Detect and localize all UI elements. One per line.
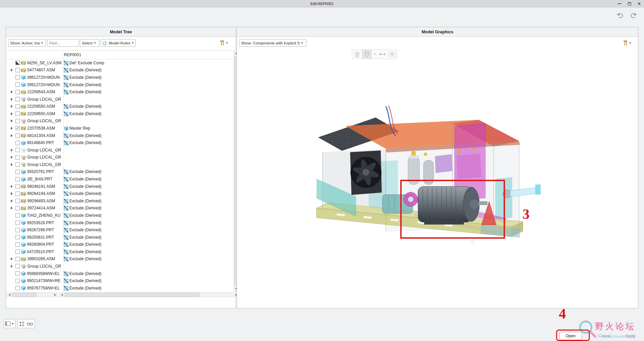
undo-icon[interactable] [616, 12, 624, 19]
tree-row[interactable]: 99250631.PRTExclude (Derived) [7, 234, 233, 241]
rule-cell[interactable]: Exclude (Derived) [63, 140, 233, 145]
rule-cell[interactable]: Exclude (Derived) [63, 89, 233, 95]
tree-hscrollbar-left[interactable] [7, 292, 58, 297]
row-checkbox[interactable] [15, 177, 20, 181]
row-checkbox[interactable] [15, 264, 20, 268]
expand-arrow-icon[interactable] [10, 185, 14, 188]
tree-row[interactable]: 54774807.ASMExclude (Derived) [7, 67, 233, 74]
tree-row[interactable]: 88141304.ASMExclude (Derived) [7, 132, 233, 139]
tree-row[interactable]: 39320791.PRTExclude (Derived) [7, 168, 233, 176]
rule-cell[interactable]: Exclude (Derived) [63, 227, 233, 233]
tree-node[interactable]: 22259543.ASM [7, 90, 63, 95]
tree-node[interactable]: 88141304.ASM [7, 133, 63, 138]
tree-row[interactable]: 39724414.ASMExclude (Derived) [7, 205, 233, 212]
rule-cell[interactable]: Exclude (Derived) [63, 242, 233, 247]
tree-row[interactable]: 39912720<MOUNExclude (Derived) [7, 81, 233, 89]
tree-row[interactable]: Group LOCAL_GR [7, 154, 233, 161]
tree-node[interactable]: Group LOCAL_GR [7, 97, 63, 102]
row-checkbox[interactable] [15, 141, 20, 145]
rule-cell[interactable]: Exclude (Derived) [63, 176, 233, 182]
tree-row[interactable]: 99253528.PRTExclude (Derived) [7, 219, 233, 227]
rule-cell[interactable]: Exclude (Derived) [63, 169, 233, 174]
tree-row[interactable]: 39903265.ASMExclude (Derived) [7, 255, 233, 263]
row-checkbox[interactable] [15, 82, 20, 87]
row-checkbox[interactable] [15, 199, 20, 203]
tree-node[interactable]: Group LOCAL_GR [7, 162, 63, 167]
tree-node[interactable]: 39912720<MOUN [7, 82, 63, 87]
find-input[interactable] [49, 41, 77, 45]
graphics-settings-button[interactable] [621, 39, 633, 47]
graphics-show-filter-dropdown[interactable]: Show: Components with Explicit S [239, 39, 306, 47]
show-filter-dropdown[interactable]: Show: Active; Inac [8, 39, 46, 47]
expand-arrow-icon[interactable] [10, 206, 14, 210]
tree-node[interactable]: 95021473WW<RE [7, 278, 63, 283]
rule-cell[interactable]: Exclude (Derived) [63, 256, 233, 262]
row-checkbox[interactable] [15, 228, 20, 232]
close-icon[interactable]: × [638, 1, 641, 6]
select-dropdown[interactable]: Select [80, 39, 99, 47]
tree-row[interactable]: Group LOCAL_GR [7, 117, 233, 125]
rule-cell[interactable]: Exclude (Derived) [63, 184, 233, 189]
rule-cell[interactable]: Exclude (Derived) [63, 133, 233, 138]
row-checkbox[interactable] [15, 184, 20, 189]
tree-node[interactable]: Group LOCAL_GR [7, 155, 63, 160]
tree-node[interactable]: 99264194.ASM [7, 191, 63, 196]
expand-arrow-icon[interactable] [10, 134, 14, 137]
row-checkbox[interactable] [15, 97, 20, 101]
tree-row[interactable]: Group LOCAL_GR [7, 161, 233, 168]
preview-visibility-button[interactable] [387, 50, 397, 58]
rule-cell[interactable]: Exclude (Derived) [63, 82, 233, 88]
tree-row[interactable]: 22259543.ASMExclude (Derived) [7, 88, 233, 96]
row-checkbox[interactable] [15, 235, 20, 239]
tree-node[interactable]: 54774807.ASM [7, 68, 63, 73]
tree-node[interactable]: 95988358WW<EL [7, 271, 63, 276]
rule-cell[interactable]: Exclude (Derived) [63, 75, 233, 80]
tree-node[interactable]: 99296493.ASM [7, 198, 63, 203]
apply-button[interactable]: Apply [625, 334, 636, 338]
rule-cell[interactable]: Exclude (Derived) [63, 271, 233, 276]
row-checkbox[interactable] [15, 68, 20, 72]
cancel-button[interactable]: Cancel [598, 334, 611, 338]
row-checkbox[interactable] [15, 279, 20, 283]
tree-node[interactable]: 99267296.PRT [7, 228, 63, 233]
tree-node[interactable]: 39903265.ASM [7, 257, 63, 262]
tree-row[interactable]: 99267296.PRTExclude (Derived) [7, 226, 233, 234]
title-bar[interactable]: Edit:REP0001 × [0, 0, 644, 7]
tree-node[interactable]: 39724414.ASM [7, 206, 63, 211]
expand-arrow-icon[interactable] [10, 163, 14, 166]
rule-cell[interactable]: Exclude (Derived) [63, 285, 233, 291]
rule-cell[interactable]: Exclude (Derived) [63, 205, 233, 211]
tree-row[interactable]: 95021473WW<REExclude (Derived) [7, 277, 233, 284]
rule-cell[interactable]: Exclude (Derived) [63, 235, 233, 240]
tree-node[interactable]: Group LOCAL_GR [7, 147, 63, 152]
scrollbar-thumb[interactable] [65, 293, 199, 297]
rule-cell[interactable]: Master Rep [63, 126, 233, 131]
tree-node[interactable]: Group LOCAL_GR [7, 118, 63, 124]
tree-row[interactable]: Group LOCAL_GR [7, 96, 233, 103]
row-checkbox[interactable] [15, 286, 20, 290]
expand-arrow-icon[interactable] [10, 119, 14, 123]
expand-arrow-icon[interactable] [10, 112, 14, 115]
tree-node[interactable]: TIAO_ZHENG_KU [7, 213, 63, 218]
display-style-button[interactable] [362, 50, 371, 58]
tree-columns-icon[interactable] [20, 321, 24, 326]
row-checkbox[interactable] [15, 213, 20, 217]
rule-cell[interactable]: Exclude (Derived) [63, 198, 233, 204]
rule-cell[interactable]: Exclude (Derived) [63, 278, 233, 283]
row-checkbox[interactable] [15, 162, 20, 167]
row-checkbox[interactable] [15, 249, 20, 254]
row-checkbox[interactable] [15, 206, 20, 210]
tree-row[interactable]: 95976775WW<ELExclude (Derived) [7, 284, 233, 292]
row-checkbox[interactable] [15, 133, 20, 138]
model-rules-button[interactable]: Model Rules [101, 39, 136, 47]
rule-cell[interactable]: Exclude (Derived) [63, 213, 233, 218]
tree-pane-toggle-button[interactable] [3, 319, 15, 328]
graphics-canvas[interactable] [237, 49, 638, 308]
find-field[interactable] [47, 39, 79, 47]
expand-arrow-icon[interactable] [10, 199, 14, 203]
expand-arrow-icon[interactable] [10, 192, 14, 195]
row-checkbox[interactable] [15, 220, 20, 225]
row-checkbox[interactable] [15, 111, 20, 116]
tree-node[interactable]: ✓22070536.ASM [7, 126, 63, 131]
tree-row[interactable]: 39912720<MOUNExclude (Derived) [7, 74, 233, 81]
